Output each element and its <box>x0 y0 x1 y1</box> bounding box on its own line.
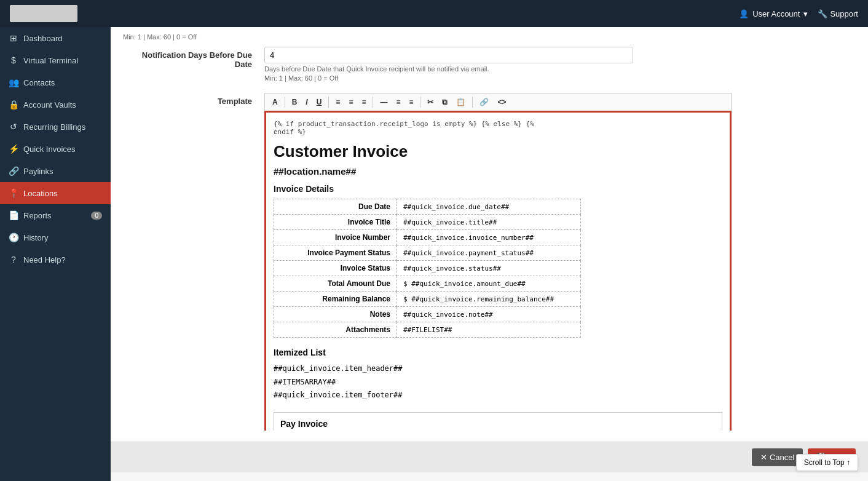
pay-section: Pay Invoice ##PAYFIELDS## <box>274 412 722 431</box>
editor-toolbar: A B I U ≡ ≡ ≡ — ≡ ≡ ✂ <box>264 93 732 111</box>
itemized-var-header: ##quick_invoice.item_header## <box>274 362 722 376</box>
sidebar-item-label: Dashboard <box>23 34 63 43</box>
invoice-icon: ⚡ <box>9 144 18 154</box>
cancel-icon: ✕ <box>760 453 767 462</box>
table-row-label: Invoice Title <box>274 215 397 230</box>
chevron-down-icon: ▾ <box>803 9 808 18</box>
table-row-label: Remaining Balance <box>274 292 397 307</box>
sidebar-item-label: Locations <box>23 189 58 198</box>
table-row-value: ##FILELIST## <box>397 322 581 338</box>
history-icon: 🕐 <box>9 233 18 242</box>
editor-wrapper: {% if product_transaction.receipt_logo i… <box>264 111 732 431</box>
table-row: Attachments##FILELIST## <box>274 322 581 338</box>
scroll-to-top-button[interactable]: Scroll to Top ↑ <box>796 454 858 471</box>
itemized-var-footer: ##quick_invoice.item_footer## <box>274 389 722 402</box>
notification-hint1: Days before Due Date that Quick Invoice … <box>264 65 856 73</box>
toolbar-copy-btn[interactable]: ⧉ <box>438 96 451 108</box>
support-label: Support <box>830 9 858 18</box>
sidebar-item-recurring-billings[interactable]: ↺ Recurring Billings <box>0 116 111 138</box>
terminal-icon: $ <box>9 55 18 65</box>
notification-field: Days before Due Date that Quick Invoice … <box>264 47 856 82</box>
toolbar-align-center-btn[interactable]: ≡ <box>345 96 357 108</box>
template-header: {% if product_transaction.receipt_logo i… <box>274 120 722 136</box>
toolbar-sep-2 <box>328 97 329 108</box>
toolbar-paste-btn[interactable]: 📋 <box>452 96 469 108</box>
toolbar-sep-3 <box>373 97 373 108</box>
sidebar-item-history[interactable]: 🕐 History <box>0 226 111 248</box>
sidebar-item-paylinks[interactable]: 🔗 Paylinks <box>0 160 111 182</box>
notification-input[interactable] <box>264 47 633 63</box>
sidebar-item-label: Paylinks <box>23 167 53 176</box>
user-label: User Account <box>752 9 800 18</box>
sidebar-item-label: Quick Invoices <box>23 145 76 154</box>
toolbar-font-btn[interactable]: A <box>269 96 282 108</box>
table-row-value: $ ##quick_invoice.remaining_balance## <box>397 292 581 307</box>
toolbar-list-ol-btn[interactable]: ≡ <box>405 96 417 108</box>
table-row-value: ##quick_invoice.note## <box>397 307 581 322</box>
recurring-icon: ↺ <box>9 122 18 132</box>
contacts-icon: 👥 <box>9 78 18 87</box>
toolbar-link-btn[interactable]: 🔗 <box>476 96 492 108</box>
table-row-value: $ ##quick_invoice.amount_due## <box>397 276 581 292</box>
toolbar-sep-1 <box>285 97 285 108</box>
table-row-label: Invoice Status <box>274 261 397 276</box>
table-row: Invoice Payment Status##quick_invoice.pa… <box>274 245 581 261</box>
topbar: 👤 User Account ▾ 🔧 Support <box>0 0 868 27</box>
main-layout: ⊞ Dashboard $ Virtual Terminal 👥 Contact… <box>0 27 868 481</box>
vault-icon: 🔒 <box>9 100 18 109</box>
table-row-value: ##quick_invoice.status## <box>397 261 581 276</box>
reports-icon: 📄 <box>9 210 18 220</box>
help-icon: ? <box>9 255 18 264</box>
sidebar-item-account-vaults[interactable]: 🔒 Account Vaults <box>0 93 111 116</box>
notification-label: Notification Days Before Due Date <box>123 47 264 69</box>
sidebar-item-locations[interactable]: 📍 Locations <box>0 182 111 204</box>
toolbar-underline-btn[interactable]: U <box>313 96 326 108</box>
editor-scroll: {% if product_transaction.receipt_logo i… <box>264 111 732 431</box>
invoice-details-table: Due Date##quick_invoice.due_date##Invoic… <box>274 199 581 338</box>
notification-row: Notification Days Before Due Date Days b… <box>123 47 856 82</box>
sidebar-item-dashboard[interactable]: ⊞ Dashboard <box>0 27 111 49</box>
toolbar-sep-4 <box>420 97 420 108</box>
table-row: Invoice Number##quick_invoice.invoice_nu… <box>274 230 581 245</box>
editor-content[interactable]: {% if product_transaction.receipt_logo i… <box>264 111 732 431</box>
table-row: Notes##quick_invoice.note## <box>274 307 581 322</box>
itemized-title: Itemized List <box>274 348 722 357</box>
sidebar-item-label: Need Help? <box>23 255 66 264</box>
user-menu[interactable]: 👤 User Account ▾ <box>739 9 808 18</box>
topbar-right: 👤 User Account ▾ 🔧 Support <box>739 9 858 18</box>
table-row: Invoice Title##quick_invoice.title## <box>274 215 581 230</box>
user-icon: 👤 <box>739 9 749 18</box>
sidebar-item-reports[interactable]: 📄 Reports 0 <box>0 204 111 226</box>
hint-top: Min: 1 | Max: 60 | 0 = Off <box>123 33 856 41</box>
locations-icon: 📍 <box>9 188 18 198</box>
table-row-value: ##quick_invoice.due_date## <box>397 199 581 215</box>
sidebar-item-label: Reports <box>23 211 52 220</box>
toolbar-hr-btn[interactable]: — <box>376 96 391 108</box>
sidebar: ⊞ Dashboard $ Virtual Terminal 👥 Contact… <box>0 27 111 481</box>
table-row-label: Invoice Payment Status <box>274 245 397 261</box>
wrench-icon: 🔧 <box>818 9 827 18</box>
toolbar-list-ul-btn[interactable]: ≡ <box>392 96 404 108</box>
toolbar-align-left-btn[interactable]: ≡ <box>332 96 344 108</box>
sidebar-item-label: Account Vaults <box>23 100 76 109</box>
toolbar-bold-btn[interactable]: B <box>288 96 301 108</box>
sidebar-item-quick-invoices[interactable]: ⚡ Quick Invoices <box>0 138 111 160</box>
table-row-label: Due Date <box>274 199 397 215</box>
table-row: Invoice Status##quick_invoice.status## <box>274 261 581 276</box>
toolbar-align-right-btn[interactable]: ≡ <box>358 96 369 108</box>
sidebar-item-contacts[interactable]: 👥 Contacts <box>0 71 111 93</box>
sidebar-item-virtual-terminal[interactable]: $ Virtual Terminal <box>0 49 111 71</box>
itemized-vars: ##quick_invoice.item_header## ##ITEMSARR… <box>274 362 722 402</box>
sidebar-item-need-help[interactable]: ? Need Help? <box>0 248 111 271</box>
toolbar-code-btn[interactable]: <> <box>494 96 510 108</box>
support-link[interactable]: 🔧 Support <box>818 9 858 18</box>
itemized-var-array: ##ITEMSARRAY## <box>274 376 722 389</box>
cancel-button[interactable]: ✕ Cancel <box>752 448 803 466</box>
invoice-location: ##location.name## <box>274 166 722 177</box>
table-row-value: ##quick_invoice.invoice_number## <box>397 230 581 245</box>
paylinks-icon: 🔗 <box>9 166 18 176</box>
toolbar-cut-btn[interactable]: ✂ <box>424 96 437 108</box>
toolbar-italic-btn[interactable]: I <box>302 96 311 108</box>
table-row-value: ##quick_invoice.payment_status## <box>397 245 581 261</box>
table-row-label: Total Amount Due <box>274 276 397 292</box>
